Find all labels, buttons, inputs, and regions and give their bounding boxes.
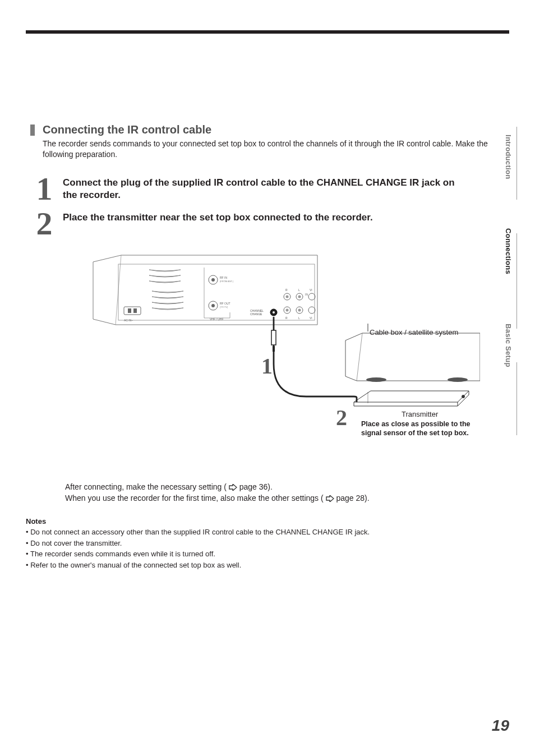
after-line1b: page 36).	[239, 482, 273, 491]
svg-point-26	[298, 296, 301, 298]
step-text: Connect the plug of the supplied IR cont…	[63, 177, 467, 201]
svg-point-48	[462, 395, 465, 398]
step-text: Place the transmitter near the set top b…	[63, 211, 373, 224]
page-number: 19	[492, 717, 509, 735]
side-tabs: Introduction Connections Basic Setup	[502, 127, 515, 375]
diagram-step-num-2: 2	[336, 404, 347, 431]
step-number: 1	[30, 174, 58, 204]
svg-text:(FROM ANT.): (FROM ANT.)	[220, 280, 234, 283]
svg-point-24	[286, 296, 289, 298]
side-line	[516, 127, 517, 200]
svg-point-7	[211, 278, 215, 282]
svg-line-40	[357, 333, 362, 381]
svg-text:R: R	[285, 316, 288, 320]
svg-text:RF IN: RF IN	[220, 276, 227, 279]
note-item: Do not connect an accessory other than t…	[30, 528, 370, 536]
svg-point-31	[298, 309, 301, 312]
svg-rect-4	[128, 308, 131, 313]
svg-point-27	[308, 293, 315, 300]
svg-text:(TO TV): (TO TV)	[220, 306, 228, 308]
svg-text:R: R	[285, 288, 288, 292]
note-item: Do not cover the transmitter.	[30, 539, 122, 547]
ac-in-label: AC IN~	[124, 319, 133, 322]
side-line	[516, 362, 517, 435]
note-item: Refer to the owner's manual of the conne…	[30, 561, 241, 569]
svg-point-41	[366, 377, 386, 382]
page-ref-arrow-icon	[326, 495, 334, 502]
svg-text:IN: IN	[305, 293, 308, 296]
step-1: 1 Connect the plug of the supplied IR co…	[30, 174, 509, 204]
top-rule	[26, 30, 509, 34]
place-close-note: Place as close as possible to the signal…	[361, 420, 480, 437]
svg-rect-2	[118, 264, 315, 320]
svg-point-42	[448, 377, 468, 382]
section-description: The recorder sends commands to your conn…	[43, 139, 509, 160]
svg-text:L: L	[298, 288, 300, 292]
note-item: The recorder sends commands even while i…	[30, 550, 215, 558]
tab-basic-setup: Basic Setup	[502, 316, 515, 375]
svg-point-21	[273, 311, 275, 314]
after-line2a: When you use the recorder for the first …	[65, 494, 324, 503]
svg-point-32	[308, 307, 315, 314]
svg-point-11	[211, 304, 215, 307]
after-line1a: After connecting, make the necessary set…	[65, 482, 227, 491]
svg-rect-3	[124, 307, 141, 315]
step-number: 2	[30, 209, 58, 238]
tab-introduction: Introduction	[502, 127, 515, 187]
svg-text:VI: VI	[310, 316, 312, 320]
after-connecting-text: After connecting, make the necessary set…	[65, 482, 509, 504]
svg-text:VI: VI	[310, 288, 312, 292]
notes-heading: Notes	[26, 517, 509, 525]
side-line	[516, 233, 517, 329]
svg-text:CHANGE: CHANGE	[250, 312, 262, 316]
section-title: Connecting the IR control cable	[43, 123, 211, 136]
steps-list: 1 Connect the plug of the supplied IR co…	[30, 174, 509, 238]
svg-text:L: L	[298, 316, 300, 320]
page-ref-arrow-icon	[229, 484, 237, 491]
svg-point-29	[286, 309, 289, 312]
tab-connections: Connections	[502, 220, 515, 282]
section-header: Connecting the IR control cable The reco…	[30, 123, 509, 160]
after-line2b: page 28).	[336, 494, 369, 503]
step-2: 2 Place the transmitter near the set top…	[30, 209, 509, 238]
svg-rect-5	[133, 308, 137, 313]
transmitter-label: Transmitter	[402, 410, 438, 418]
section-accent-bar	[30, 125, 35, 136]
diagram-step-num-1: 1	[261, 353, 273, 379]
notes-list: • Do not connect an accessory other than…	[26, 527, 509, 570]
svg-text:RF OUT: RF OUT	[220, 302, 230, 305]
svg-rect-50	[273, 346, 275, 352]
cable-box-label: Cable box / satellite system	[370, 328, 458, 336]
svg-rect-49	[271, 330, 276, 345]
connection-diagram: AC IN~ RF IN (FROM ANT.) RF OUT (TO TV) …	[65, 252, 480, 465]
